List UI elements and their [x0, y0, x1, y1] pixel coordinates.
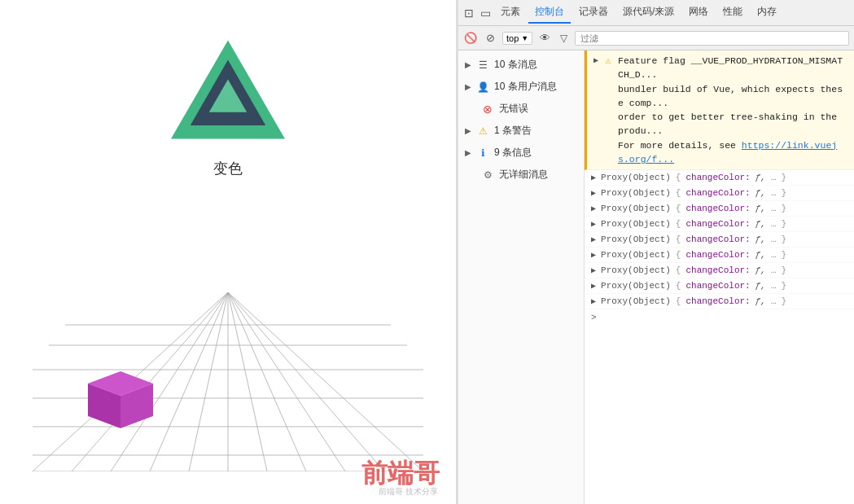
proxy-key-8: changeColor: [685, 296, 750, 306]
proxy-brace-open-0: { [676, 173, 681, 182]
svg-line-17 [228, 292, 267, 471]
devtools-icon-cursor[interactable]: ⊡ [462, 6, 476, 20]
msg-item-user[interactable]: ▶ 👤 10 条用户消息 [458, 76, 584, 98]
proxy-expand-8[interactable]: ▶ [591, 296, 596, 306]
expand-arrow-user: ▶ [465, 82, 471, 91]
level-selector[interactable]: top ▼ [502, 32, 532, 45]
proxy-brace-close-7: } [782, 281, 787, 291]
msg-item-all[interactable]: ▶ ☰ 10 条消息 [458, 54, 584, 76]
proxy-line-0: ▶ Proxy(Object) { changeColor: ƒ, … } [585, 170, 854, 186]
proxy-key-0: changeColor: [685, 173, 750, 182]
warn-expand-arrow[interactable]: ▶ [593, 55, 598, 65]
proxy-dots-7: … [771, 281, 777, 291]
proxy-dots-5: … [771, 250, 777, 260]
log-entry-warning: ▶ ⚠ Feature flag __VUE_PROD_HYDRATION_MI… [585, 50, 854, 170]
proxy-key-2: changeColor: [685, 204, 750, 213]
console-toolbar: 🚫 ⊘ top ▼ 👁 ▽ [458, 26, 854, 50]
proxy-brace-open-5: { [676, 250, 681, 260]
proxy-val-6: ƒ, [755, 265, 766, 275]
tab-console[interactable]: 控制台 [528, 2, 571, 24]
filter-icon: ▽ [557, 32, 570, 45]
proxy-val-3: ƒ, [755, 219, 766, 229]
proxy-expand-1[interactable]: ▶ [591, 188, 596, 198]
vue-label: 变色 [213, 159, 243, 178]
proxy-expand-4[interactable]: ▶ [591, 234, 596, 244]
filter-input[interactable] [575, 31, 849, 46]
proxy-val-0: ƒ, [755, 173, 766, 182]
console-log: ▶ ⚠ Feature flag __VUE_PROD_HYDRATION_MI… [585, 50, 854, 504]
proxy-line-8: ▶ Proxy(Object) { changeColor: ƒ, … } [585, 294, 854, 309]
msg-item-warn[interactable]: ▶ ⚠ 1 条警告 [458, 120, 584, 142]
warn-entry-icon: ⚠ [602, 54, 615, 67]
proxy-expand-0[interactable]: ▶ [591, 173, 596, 182]
proxy-expand-5[interactable]: ▶ [591, 250, 596, 260]
proxy-line-2: ▶ Proxy(Object) { changeColor: ƒ, … } [585, 201, 854, 217]
proxy-key-5: changeColor: [685, 250, 750, 260]
vue-logo-container [163, 24, 293, 155]
log-text-warning: Feature flag __VUE_PROD_HYDRATION_MISMAT… [618, 54, 847, 166]
proxy-key-4: changeColor: [685, 234, 750, 244]
msg-count-warn: 1 条警告 [494, 124, 532, 138]
info-icon: ℹ [476, 147, 489, 160]
scene-container [0, 292, 456, 471]
console-content: ▶ ☰ 10 条消息 ▶ 👤 10 条用户消息 ⊗ 无错误 ▶ ⚠ 1 条警告 [458, 50, 854, 504]
log-text-details: For more details, see [618, 140, 742, 151]
proxy-line-5: ▶ Proxy(Object) { changeColor: ƒ, … } [585, 248, 854, 263]
proxy-dots-4: … [771, 234, 777, 244]
proxy-key-6: changeColor: [685, 265, 750, 275]
chevron-down-icon: ▼ [521, 34, 528, 42]
watermark-sub: 前端哥 技术分享 [379, 486, 438, 497]
proxy-brace-close-1: } [782, 188, 787, 198]
proxy-key-7: changeColor: [685, 281, 750, 291]
proxy-line-3: ▶ Proxy(Object) { changeColor: ƒ, … } [585, 217, 854, 232]
tab-recorder[interactable]: 记录器 [572, 2, 615, 24]
eye-icon[interactable]: 👁 [537, 31, 552, 46]
msg-item-error[interactable]: ⊗ 无错误 [458, 98, 584, 120]
ban-icon[interactable]: ⊘ [483, 31, 497, 46]
proxy-dots-0: … [771, 173, 777, 182]
proxy-brace-close-0: } [782, 173, 787, 182]
proxy-line-6: ▶ Proxy(Object) { changeColor: ƒ, … } [585, 263, 854, 278]
proxy-label-0: Proxy(Object) [601, 173, 671, 182]
expand-arrow-all: ▶ [465, 60, 471, 69]
proxy-expand-2[interactable]: ▶ [591, 204, 596, 213]
list-icon: ☰ [476, 59, 489, 72]
more-arrow[interactable]: > [585, 309, 854, 326]
msg-count-error: 无错误 [499, 102, 528, 116]
svg-line-20 [228, 292, 384, 471]
proxy-expand-3[interactable]: ▶ [591, 219, 596, 229]
proxy-line-1: ▶ Proxy(Object) { changeColor: ƒ, … } [585, 186, 854, 201]
proxy-dots-6: … [771, 265, 777, 275]
proxy-val-4: ƒ, [755, 234, 766, 244]
svg-line-21 [228, 292, 423, 471]
svg-line-14 [150, 292, 228, 471]
tab-performance[interactable]: 性能 [716, 2, 749, 24]
proxy-brace-open-1: { [676, 188, 681, 198]
proxy-expand-6[interactable]: ▶ [591, 265, 596, 275]
tab-sources[interactable]: 源代码/来源 [616, 2, 681, 24]
devtools-icon-block[interactable]: ▭ [478, 6, 493, 20]
tab-memory[interactable]: 内存 [751, 2, 783, 24]
msg-item-verbose[interactable]: ⚙ 无详细消息 [458, 164, 584, 186]
msg-count-verbose: 无详细消息 [499, 168, 548, 182]
proxy-key-1: changeColor: [685, 188, 750, 198]
svg-line-19 [228, 292, 345, 471]
proxy-dots-1: … [771, 188, 777, 198]
proxy-brace-open-2: { [676, 204, 681, 213]
proxy-label-8: Proxy(Object) [601, 296, 671, 306]
level-value: top [506, 33, 519, 43]
proxy-expand-7[interactable]: ▶ [591, 281, 596, 291]
tab-network[interactable]: 网络 [682, 2, 715, 24]
expand-arrow-warn: ▶ [465, 126, 471, 135]
proxy-val-8: ƒ, [755, 296, 766, 306]
clear-console-icon[interactable]: 🚫 [463, 31, 478, 46]
proxy-dots-2: … [771, 204, 777, 213]
tab-elements[interactable]: 元素 [494, 2, 527, 24]
message-sidebar: ▶ ☰ 10 条消息 ▶ 👤 10 条用户消息 ⊗ 无错误 ▶ ⚠ 1 条警告 [458, 50, 585, 504]
grid-floor [33, 292, 423, 471]
proxy-brace-close-5: } [782, 250, 787, 260]
warn-icon: ⚠ [476, 125, 489, 138]
proxy-brace-close-8: } [782, 296, 787, 306]
msg-item-info[interactable]: ▶ ℹ 9 条信息 [458, 142, 584, 164]
proxy-dots-8: … [771, 296, 777, 306]
